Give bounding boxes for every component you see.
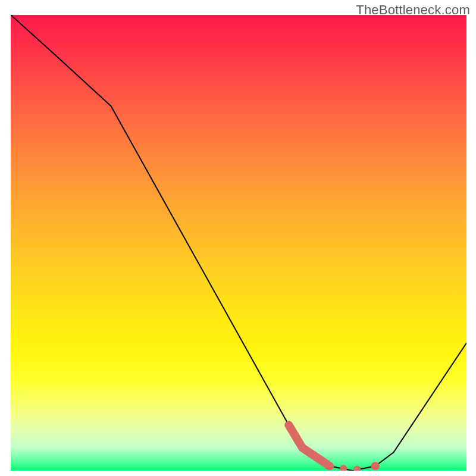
highlight-dot: [340, 465, 347, 471]
highlight-segment: [289, 425, 330, 466]
highlight-dots: [340, 462, 380, 471]
highlight-dot: [371, 462, 380, 470]
bottleneck-curve: [11, 15, 466, 471]
plot-area: [11, 15, 466, 471]
chart-container: TheBottleneck.com: [0, 0, 476, 476]
highlight-dot: [353, 466, 361, 471]
chart-svg: [11, 15, 466, 471]
